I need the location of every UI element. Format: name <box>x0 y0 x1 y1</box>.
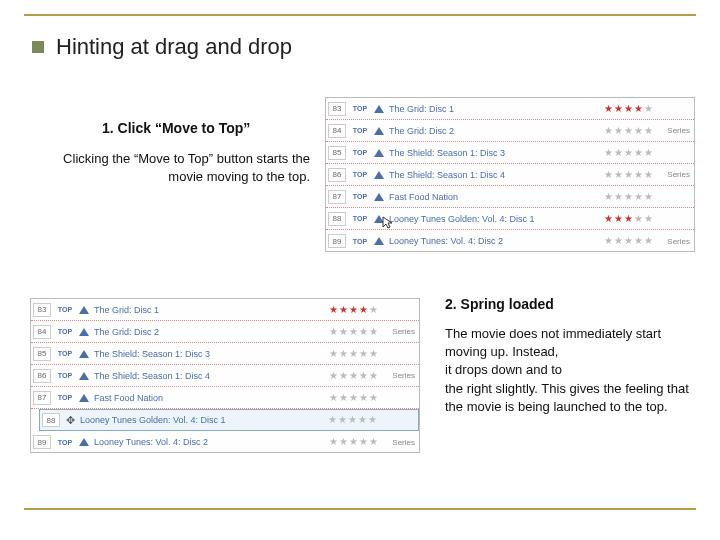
queue-position-input[interactable]: 85 <box>328 146 346 160</box>
move-top-icon[interactable] <box>374 127 384 135</box>
star-icon: ★ <box>329 393 338 403</box>
movie-title-link[interactable]: Looney Tunes Golden: Vol. 4: Disc 1 <box>80 415 322 425</box>
rating-stars[interactable]: ★★★★★ <box>603 192 653 202</box>
queue-row[interactable]: 89TOPLooney Tunes: Vol. 4: Disc 2★★★★★Se… <box>31 431 419 453</box>
star-icon: ★ <box>359 437 368 447</box>
rating-stars[interactable]: ★★★★★ <box>328 349 378 359</box>
queue-row[interactable]: 88✥Looney Tunes Golden: Vol. 4: Disc 1★★… <box>39 409 419 431</box>
rating-stars[interactable]: ★★★★★ <box>327 415 377 425</box>
queue-row[interactable]: 88TOPLooney Tunes Golden: Vol. 4: Disc 1… <box>326 208 694 230</box>
movie-title-link[interactable]: The Shield: Season 1: Disc 4 <box>94 371 323 381</box>
star-icon: ★ <box>614 126 623 136</box>
queue-position-input[interactable]: 84 <box>328 124 346 138</box>
star-icon: ★ <box>624 126 633 136</box>
movie-title-link[interactable]: Fast Food Nation <box>389 192 598 202</box>
title-row: Hinting at drag and drop <box>32 34 292 60</box>
move-top-label[interactable]: TOP <box>56 394 74 401</box>
queue-position-input[interactable]: 87 <box>33 391 51 405</box>
movie-title-link[interactable]: Looney Tunes Golden: Vol. 4: Disc 1 <box>389 214 598 224</box>
queue-position-input[interactable]: 89 <box>328 234 346 248</box>
movie-title-link[interactable]: The Shield: Season 1: Disc 4 <box>389 170 598 180</box>
move-top-label[interactable]: TOP <box>351 238 369 245</box>
movie-title-link[interactable]: Looney Tunes: Vol. 4: Disc 2 <box>389 236 598 246</box>
movie-title-link[interactable]: The Grid: Disc 2 <box>389 126 598 136</box>
queue-row[interactable]: 84TOPThe Grid: Disc 2★★★★★Series <box>326 120 694 142</box>
move-top-icon[interactable] <box>374 171 384 179</box>
rating-stars[interactable]: ★★★★★ <box>603 170 653 180</box>
move-top-label[interactable]: TOP <box>56 328 74 335</box>
move-top-icon[interactable] <box>79 394 89 402</box>
move-top-label[interactable]: TOP <box>351 105 369 112</box>
move-top-icon[interactable] <box>374 215 384 223</box>
move-top-icon[interactable] <box>79 372 89 380</box>
queue-position-input[interactable]: 85 <box>33 347 51 361</box>
queue-row[interactable]: 87TOPFast Food Nation★★★★★ <box>31 387 419 409</box>
queue-row[interactable]: 84TOPThe Grid: Disc 2★★★★★Series <box>31 321 419 343</box>
queue-row[interactable]: 86TOPThe Shield: Season 1: Disc 4★★★★★Se… <box>326 164 694 186</box>
movie-title-link[interactable]: Fast Food Nation <box>94 393 323 403</box>
grab-icon[interactable]: ✥ <box>65 414 75 427</box>
queue-position-input[interactable]: 86 <box>328 168 346 182</box>
queue-row[interactable]: 83TOPThe Grid: Disc 1★★★★★ <box>326 98 694 120</box>
queue-position-input[interactable]: 86 <box>33 369 51 383</box>
rating-stars[interactable]: ★★★★★ <box>603 104 653 114</box>
move-top-label[interactable]: TOP <box>56 350 74 357</box>
movie-title-link[interactable]: The Shield: Season 1: Disc 3 <box>389 148 598 158</box>
movie-title-link[interactable]: The Grid: Disc 1 <box>389 104 598 114</box>
star-icon: ★ <box>329 437 338 447</box>
queue-position-input[interactable]: 84 <box>33 325 51 339</box>
move-top-label[interactable]: TOP <box>351 127 369 134</box>
move-top-icon[interactable] <box>374 193 384 201</box>
queue-position-input[interactable]: 87 <box>328 190 346 204</box>
rating-stars[interactable]: ★★★★★ <box>603 214 653 224</box>
rating-stars[interactable]: ★★★★★ <box>328 437 378 447</box>
rating-stars[interactable]: ★★★★★ <box>328 305 378 315</box>
star-icon: ★ <box>329 371 338 381</box>
queue-position-input[interactable]: 88 <box>328 212 346 226</box>
star-icon: ★ <box>614 104 623 114</box>
queue-row[interactable]: 85TOPThe Shield: Season 1: Disc 3★★★★★ <box>31 343 419 365</box>
queue-position-input[interactable]: 83 <box>33 303 51 317</box>
move-top-icon[interactable] <box>374 105 384 113</box>
move-top-icon[interactable] <box>374 237 384 245</box>
star-icon: ★ <box>644 126 653 136</box>
star-icon: ★ <box>359 349 368 359</box>
move-top-icon[interactable] <box>79 306 89 314</box>
rating-stars[interactable]: ★★★★★ <box>328 393 378 403</box>
move-top-label[interactable]: TOP <box>56 372 74 379</box>
star-icon: ★ <box>368 415 377 425</box>
move-top-label[interactable]: TOP <box>351 149 369 156</box>
move-top-icon[interactable] <box>374 149 384 157</box>
queue-row[interactable]: 85TOPThe Shield: Season 1: Disc 3★★★★★ <box>326 142 694 164</box>
move-top-label[interactable]: TOP <box>351 171 369 178</box>
move-top-label[interactable]: TOP <box>56 439 74 446</box>
queue-row[interactable]: 87TOPFast Food Nation★★★★★ <box>326 186 694 208</box>
move-top-icon[interactable] <box>79 350 89 358</box>
queue-position-input[interactable]: 89 <box>33 435 51 449</box>
rating-stars[interactable]: ★★★★★ <box>603 236 653 246</box>
series-label: Series <box>383 327 415 336</box>
star-icon: ★ <box>348 415 357 425</box>
queue-row[interactable]: 86TOPThe Shield: Season 1: Disc 4★★★★★Se… <box>31 365 419 387</box>
queue-position-input[interactable]: 88 <box>42 413 60 427</box>
move-top-label[interactable]: TOP <box>351 193 369 200</box>
rating-stars[interactable]: ★★★★★ <box>328 371 378 381</box>
queue-position-input[interactable]: 83 <box>328 102 346 116</box>
rating-stars[interactable]: ★★★★★ <box>603 126 653 136</box>
star-icon: ★ <box>349 437 358 447</box>
move-top-icon[interactable] <box>79 328 89 336</box>
movie-title-link[interactable]: Looney Tunes: Vol. 4: Disc 2 <box>94 437 323 447</box>
move-top-icon[interactable] <box>79 438 89 446</box>
queue-row[interactable]: 83TOPThe Grid: Disc 1★★★★★ <box>31 299 419 321</box>
rating-stars[interactable]: ★★★★★ <box>603 148 653 158</box>
step2-body: The movie does not immediately start mov… <box>445 325 690 416</box>
move-top-label[interactable]: TOP <box>56 306 74 313</box>
movie-title-link[interactable]: The Grid: Disc 2 <box>94 327 323 337</box>
rating-stars[interactable]: ★★★★★ <box>328 327 378 337</box>
slide-bottom-rule <box>24 508 696 510</box>
move-top-label[interactable]: TOP <box>351 215 369 222</box>
star-icon: ★ <box>359 393 368 403</box>
movie-title-link[interactable]: The Shield: Season 1: Disc 3 <box>94 349 323 359</box>
queue-row[interactable]: 89TOPLooney Tunes: Vol. 4: Disc 2★★★★★Se… <box>326 230 694 252</box>
movie-title-link[interactable]: The Grid: Disc 1 <box>94 305 323 315</box>
